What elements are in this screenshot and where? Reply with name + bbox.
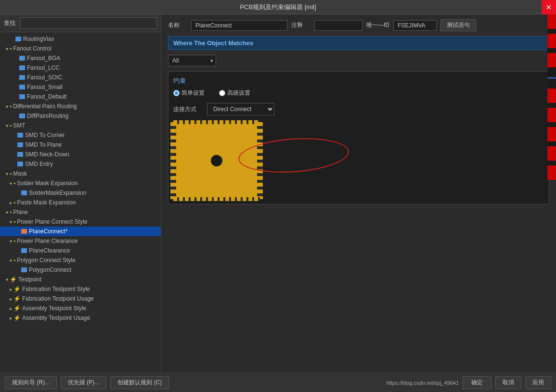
tree-item-smd-corner[interactable]: SMD To Corner [0,130,161,140]
connection-type-label: 连接方式 [173,105,202,114]
tree-item-fanout-soic[interactable]: Fanout_SOIC [0,73,161,82]
cancel-button[interactable]: 取消 [495,376,521,389]
tree-item-diff-pairs-routing[interactable]: DiffPairsRouting [0,111,161,121]
tree-item-plane-clearance[interactable]: PlaneClearance [0,246,161,255]
tree-item-label: PolygonConnect [29,266,71,273]
constraint-section: 约束 简单设置 高级设置 连接方式 Direct Connect [168,71,549,204]
rule-icon [19,75,25,80]
advanced-setting-radio[interactable]: 高级设置 [219,89,250,97]
tree-item-smt[interactable]: ▾ ▪ SMT [0,121,161,130]
name-row: 名称 注释 唯一—ID 测试语句 [168,19,549,31]
match-select-wrapper[interactable]: All Net Net Class Layer Custom [168,55,216,66]
tree-item-label: SMD Entry [25,161,53,167]
tree-item-smd-entry[interactable]: SMD Entry [0,159,161,169]
close-button[interactable]: ✕ [542,0,556,14]
tree-item-fanout-lcc[interactable]: Fanout_LCC [0,63,161,73]
tree-item-solder-mask-exp[interactable]: ▾ ▪ Solder Mask Expansion [0,178,161,188]
tree-item-label: Fanout_Small [27,84,63,90]
rule-icon [19,94,25,99]
tree-container[interactable]: RoutingVias ▾ ▪ Fanout Control Fanout_BG… [0,32,161,373]
tree-item-polygon-connect[interactable]: ▾ ▪ Polygon Connect Style [0,255,161,265]
diagram-container [173,122,544,199]
tree-item-smd-plane[interactable]: SMD To Plane [0,140,161,150]
right-panel: 名称 注释 唯一—ID 测试语句 Where The Object Matche… [161,14,556,373]
tree-item-label: Fabrication Testpoint Usage [22,295,94,302]
comment-input[interactable] [314,20,362,31]
tree-item-polygon-connect-item[interactable]: PolygonConnect [0,265,161,275]
rule-icon [17,152,23,157]
priority-button[interactable]: 优先级 (P)... [61,376,106,389]
search-input[interactable] [20,17,157,29]
tree-item-label: Plane [13,209,28,215]
tree-item-label: Assembly Testpoint Usage [22,315,90,321]
tree-item-fanout-control[interactable]: ▾ ▪ Fanout Control [0,44,161,53]
name-input[interactable] [191,20,287,31]
folder-icon: ▪ [10,103,12,110]
where-matches-header: Where The Object Matches [168,36,549,50]
tree-item-fab-testpoint-usage[interactable]: ▸ ⚡ Fabrication Testpoint Usage [0,294,161,303]
url-text: https://blog.csdn.net/qq_49641 [387,380,459,386]
match-select[interactable]: All Net Net Class Layer Custom [168,55,216,66]
tree-item-label: Power Plane Clearance [17,238,78,244]
tree-item-asm-testpoint-usage[interactable]: ▸ ⚡ Assembly Testpoint Usage [0,313,161,323]
bottom-bar: 规则向导 (R)... 优先级 (P)... 创建默认规则 (C) https:… [0,373,556,392]
arrow-icon: ▾ [8,239,13,244]
rule-icon [19,85,25,89]
rule-icon [19,56,25,61]
tree-item-plane-connect[interactable]: PlaneConnect* [0,227,161,236]
rule-icon [17,133,23,138]
tree-item-label: Paste Mask Expansion [17,199,76,206]
tree-item-asm-testpoint-style[interactable]: ▸ ⚡ Assembly Testpoint Style [0,303,161,313]
tree-item-power-plane-clearance[interactable]: ▾ ▪ Power Plane Clearance [0,236,161,246]
unique-id-input[interactable] [393,20,437,31]
left-edge [170,122,176,199]
tree-item-label: Solder Mask Expansion [17,180,78,187]
apply-button[interactable]: 应用 [525,376,551,389]
tree-item-label: Fanout_Default [27,93,66,100]
arrow-icon: ▸ [8,316,13,321]
rule-icon [15,37,21,41]
tree-item-paste-mask-exp[interactable]: ▸ ▪ Paste Mask Expansion [0,198,161,207]
tree-item-mask[interactable]: ▾ ▪ Mask [0,169,161,178]
simple-setting-radio-input[interactable] [173,90,180,96]
tree-item-label: SMD To Plane [25,141,62,148]
comment-label: 注释 [291,21,310,29]
tree-item-fanout-default[interactable]: Fanout_Default [0,92,161,101]
folder-icon: ▪ [10,170,12,177]
arrow-icon: ▸ [8,287,13,292]
tree-item-label: Fanout_SOIC [27,74,62,81]
radio-group: 简单设置 高级设置 [173,89,544,97]
tree-item-solder-mask-exp-item[interactable]: SolderMaskExpansion [0,188,161,198]
tree-item-routing-vias[interactable]: RoutingVias [0,34,161,44]
tree-item-plane[interactable]: ▾ ▪ Plane [0,207,161,217]
conn-select-wrapper[interactable]: Direct Connect Relief Connect No Connect [207,103,274,115]
rule-wizard-button[interactable]: 规则向导 (R)... [5,376,57,389]
connection-select[interactable]: Direct Connect Relief Connect No Connect [207,103,274,115]
folder-icon: ⚡ [13,305,21,312]
tree-item-diff-pairs[interactable]: ▾ ▪ Differential Pairs Routing [0,101,161,111]
match-row: All Net Net Class Layer Custom [168,55,549,66]
tree-item-fanout-bga[interactable]: Fanout_BGA [0,53,161,63]
tree-item-label: Mask [13,170,27,177]
arrow-icon: ▾ [4,277,10,282]
ok-button[interactable]: 确定 [463,376,491,389]
create-default-button[interactable]: 创建默认规则 (C) [110,376,169,389]
tree-item-smd-neckdown[interactable]: SMD Neck-Down [0,150,161,159]
tree-item-power-plane-connect[interactable]: ▾ ▪ Power Plane Connect Style [0,217,161,227]
rule-icon [19,65,25,70]
tree-item-label: SolderMaskExpansion [29,190,86,196]
tree-item-label: SMD Neck-Down [25,151,69,158]
name-label: 名称 [168,21,187,29]
tree-item-fab-testpoint-style[interactable]: ▸ ⚡ Fabrication Testpoint Style [0,284,161,294]
advanced-setting-radio-input[interactable] [219,90,225,96]
tree-item-label: RoutingVias [23,36,54,42]
tree-item-label: Fanout Control [13,45,51,52]
tree-item-label: PlaneClearance [29,247,70,254]
tree-item-fanout-small[interactable]: Fanout_Small [0,82,161,92]
tree-item-testpoint[interactable]: ▾ ⚡ Testpoint [0,275,161,284]
tree-item-label: Fanout_LCC [27,64,60,71]
tree-item-label: DiffPairsRouting [27,113,68,119]
arrow-icon: ▾ [8,258,13,263]
test-sentence-button[interactable]: 测试语句 [440,19,476,31]
simple-setting-radio[interactable]: 简单设置 [173,89,205,97]
